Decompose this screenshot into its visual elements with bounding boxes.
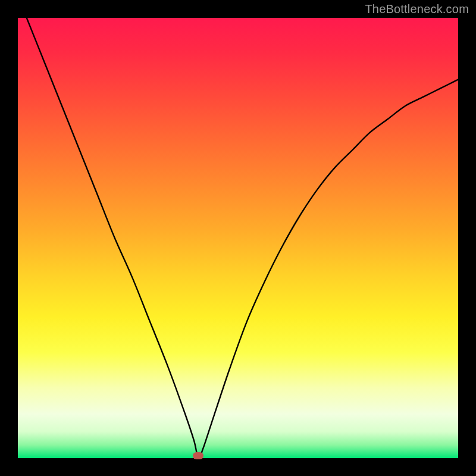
minimum-marker (193, 452, 203, 459)
chart-frame: TheBottleneck.com (0, 0, 476, 476)
curve-svg (18, 18, 458, 458)
plot-area (18, 18, 458, 458)
watermark-text: TheBottleneck.com (365, 2, 469, 16)
bottleneck-curve-path (27, 18, 458, 458)
